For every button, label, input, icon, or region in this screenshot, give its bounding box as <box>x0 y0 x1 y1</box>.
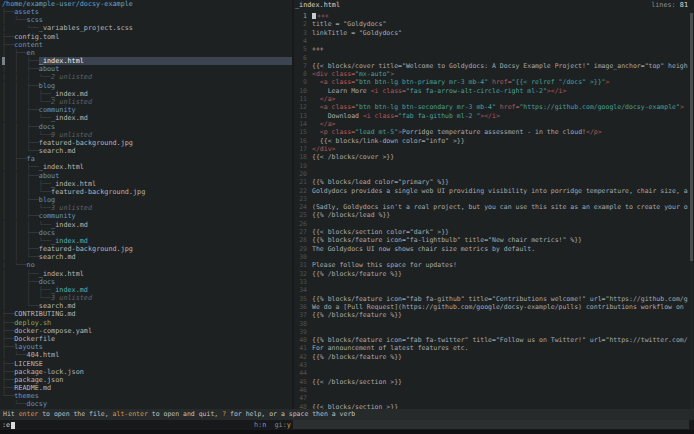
tree-item[interactable]: │ ├──fa <box>2 155 292 163</box>
tree-item[interactable]: │ ├──_index.html <box>2 270 292 278</box>
tree-branch-lines: │ │ │ └── <box>2 221 51 229</box>
code-segment: title = "Goldydocs" <box>312 20 386 28</box>
code-segment: > <box>390 70 394 78</box>
command-input[interactable]: :e <box>2 420 15 430</box>
preview-line: 4 <box>294 37 688 45</box>
preview-line: 2title = "Goldydocs" <box>294 20 688 28</box>
tree-item[interactable]: ├──package-lock.json <box>2 368 292 376</box>
preview-line: 20 <box>294 170 688 178</box>
tree-item[interactable]: │ │ ├──blog <box>2 82 292 90</box>
tree-item-label: LICENSE <box>14 360 43 368</box>
preview-line: 34 <box>294 286 688 294</box>
preview-line: 13 Download <i class="fab fa-github ml-2… <box>294 112 688 120</box>
tree-item[interactable]: │ ├──docs <box>2 278 292 286</box>
tree-item[interactable]: │ │ │ └──2 unlisted <box>2 74 292 82</box>
status-text: to open and quit, <box>148 410 222 418</box>
tree-item[interactable]: │ │ │ └──9 unlisted <box>2 131 292 139</box>
tree-item[interactable]: │ │ ├──about <box>2 65 292 73</box>
tree-item[interactable]: │ │ ├──about <box>2 172 292 180</box>
tree-item[interactable]: │ │ │ └──3 unlisted <box>2 204 292 212</box>
text-cursor-icon <box>11 422 15 429</box>
tree-item[interactable]: │ └──404.html <box>2 351 292 359</box>
tree-item[interactable]: │ │ ├──featured-background.jpg <box>2 139 292 147</box>
preview-line: 17</div> <box>294 145 688 153</box>
tree-item[interactable]: │ │ │ ├──_index.md <box>2 90 292 98</box>
tree-item[interactable]: ├──docker-compose.yaml <box>2 327 292 335</box>
tree-item-label: about <box>39 65 59 73</box>
tree-item-label: assets <box>14 8 39 16</box>
tree-item-label: no <box>27 262 35 270</box>
flag-segment: gi: <box>266 421 286 429</box>
tree-item[interactable]: │ └──scss <box>2 16 292 24</box>
preview-scrollbar[interactable] <box>690 13 693 418</box>
tree-item[interactable]: ├──assets <box>2 8 292 16</box>
tree-item[interactable]: │ │ └──3 unlisted <box>2 294 292 302</box>
tree-item-label: docsy <box>27 400 47 408</box>
tree-item[interactable]: ├──content <box>2 41 292 49</box>
tree-item[interactable]: │ └──search.md <box>2 302 292 310</box>
code-segment: "https://github.com/google/docsy-example… <box>519 103 679 111</box>
tree-root-path[interactable]: /home/example-user/docsy-example <box>2 0 292 8</box>
tree-item[interactable]: │ │ └──search.md <box>2 147 292 155</box>
tree-item[interactable]: │ │ │ └──2 unlisted <box>2 98 292 106</box>
tree-item[interactable]: │ │ │ └──_index.md <box>2 221 292 229</box>
tree-item[interactable]: │ │ ├──blog <box>2 196 292 204</box>
code-segment: "lead mt-5" <box>355 128 398 136</box>
tree-item[interactable]: │ │ ├──community <box>2 106 292 114</box>
preview-line: 27{{< blocks/section color="dark" >}} <box>294 228 688 236</box>
tree-item[interactable]: │ │ │ ├──_index.html <box>2 180 292 188</box>
line-number: 15 <box>294 128 307 136</box>
tree-item[interactable]: │ └──no <box>2 262 292 270</box>
tree-branch-lines: │ └── <box>2 262 27 270</box>
tree-item[interactable]: │ └──_variables_project.scss <box>2 25 292 33</box>
tree-item[interactable]: │ │ └──search.md <box>2 253 292 261</box>
tree-branch-lines: │ │ ├── <box>2 106 39 114</box>
line-number: 1 <box>294 12 307 20</box>
tree-item[interactable]: │ │ ├──_index.html <box>2 163 292 171</box>
code-segment: <i class= <box>371 87 406 95</box>
tree-item[interactable]: │ │ │ └──_index.md <box>2 114 292 122</box>
tree-item[interactable]: ├──Dockerfile <box>2 335 292 343</box>
tree-branch-lines: │ │ ├── <box>2 82 39 90</box>
tree-item[interactable]: │ │ ├──docs <box>2 123 292 131</box>
tree-item[interactable]: │ │ ├──docs <box>2 229 292 237</box>
tree-item[interactable]: ├──layouts <box>2 343 292 351</box>
tree-item-label: en <box>27 49 35 57</box>
line-number: 14 <box>294 120 307 128</box>
tree-item[interactable]: ├──package.json <box>2 376 292 384</box>
preview-line: 12 <a class="btn btn-lg btn-secondary mr… <box>294 103 688 111</box>
tree-item[interactable]: ├──config.toml <box>2 33 292 41</box>
preview-scrollbar-thumb[interactable] <box>690 13 693 261</box>
tree-item[interactable]: ├──deploy.sh <box>2 319 292 327</box>
tree-item[interactable]: └──docsy <box>2 400 292 408</box>
tree-item[interactable]: │ │ ├──featured-background.jpg <box>2 245 292 253</box>
preview-line: 30 <box>294 253 688 261</box>
code-segment: Learn More <box>312 87 371 95</box>
preview-line: 14 </a> <box>294 120 688 128</box>
tree-item[interactable]: │ │ ├──_index.html <box>2 57 292 65</box>
preview-line: 44 <box>294 369 688 377</box>
line-number: 46 <box>294 386 307 394</box>
tree-item[interactable]: │ │ │ └──featured-background.jpg <box>2 188 292 196</box>
tree-item[interactable]: ├──CONTRIBUTING.md <box>2 311 292 319</box>
tree-item[interactable]: ├──LICENSE <box>2 360 292 368</box>
tree-branch-lines: │ ├── <box>2 278 39 286</box>
tree-item[interactable]: └──themes <box>2 392 292 400</box>
tree-item[interactable]: ├──README.md <box>2 384 292 392</box>
tree-item[interactable]: │ │ ├──community <box>2 212 292 220</box>
tree-item[interactable]: │ │ │ └──_index.md <box>2 237 292 245</box>
code-segment: (Sadly, Goldydocs isn't a real project, … <box>312 203 688 211</box>
line-number: 20 <box>294 170 307 178</box>
tree-item-label: community <box>39 212 76 220</box>
preview-line-count: lines: 81 <box>651 0 688 11</box>
tree-item[interactable]: │ │ ├──_index.md <box>2 286 292 294</box>
code-segment: {{< blocks/section color="dark" >}} <box>312 228 449 236</box>
tree-item-label: /home/example-user/docsy-example <box>2 0 133 8</box>
tree-item[interactable]: │ ├──en <box>2 49 292 57</box>
preview-line: 35{{% blocks/feature icon="fab fa-github… <box>294 295 688 303</box>
tree-item-label: featured-background.jpg <box>39 245 133 253</box>
tree-branch-lines: │ │ │ └── <box>2 188 51 196</box>
input-row[interactable]: :e h:n gi:y <box>0 420 694 430</box>
tree-item-label: search.md <box>39 147 76 155</box>
preview-line: 31Please follow this space for updates! <box>294 261 688 269</box>
